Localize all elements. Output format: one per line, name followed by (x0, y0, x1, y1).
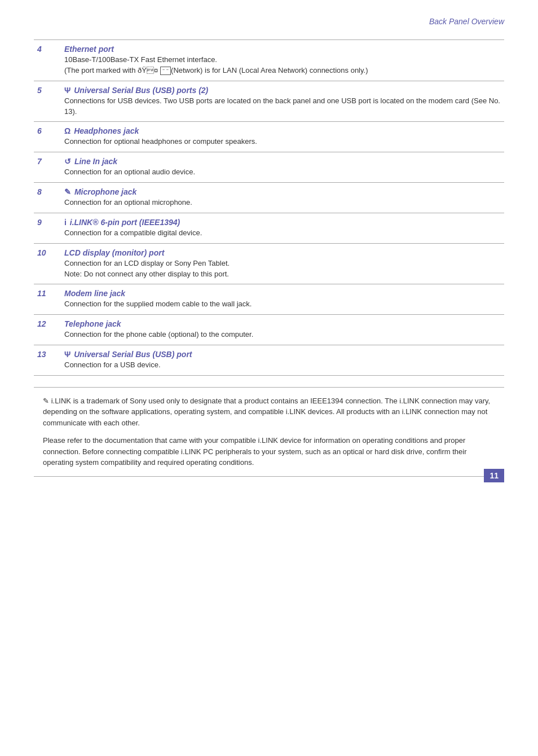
port-icon: Ω (64, 126, 73, 135)
table-row: 9i i.LINK® 6-pin port (IEEE1394)Connecti… (34, 213, 504, 243)
page-header: Back Panel Overview (34, 17, 504, 28)
entry-content: i i.LINK® 6-pin port (IEEE1394)Connectio… (61, 213, 504, 243)
port-desc: Connection for an optional microphone. (64, 197, 501, 208)
table-row: 10LCD display (monitor) portConnection f… (34, 243, 504, 284)
note-icon: ✎ (43, 397, 51, 405)
table-row: 5Ψ Universal Serial Bus (USB) ports (2)C… (34, 81, 504, 122)
port-icon: ✎ (64, 187, 73, 196)
entry-content: LCD display (monitor) portConnection for… (61, 243, 504, 284)
page-number: 11 (484, 469, 504, 482)
entry-number: 5 (34, 81, 61, 122)
port-title: Modem line jack (64, 289, 501, 298)
note-paragraph: ✎ i.LINK is a trademark of Sony used onl… (43, 395, 495, 429)
entry-content: Telephone jackConnection for the phone c… (61, 315, 504, 345)
port-title: Ψ Universal Serial Bus (USB) port (64, 350, 501, 359)
note-paragraph: Please refer to the documentation that c… (43, 435, 495, 468)
port-title: Ethernet port (64, 45, 501, 54)
ports-table: 4Ethernet port10Base-T/100Base-TX Fast E… (34, 39, 504, 376)
port-icon: i (64, 218, 69, 227)
entry-content: Ψ Universal Serial Bus (USB) portConnect… (61, 345, 504, 376)
entry-number: 8 (34, 183, 61, 213)
port-title: ↺ Line In jack (64, 157, 501, 166)
port-icon: Ψ (64, 86, 73, 95)
entry-content: Ω Headphones jackConnection for optional… (61, 122, 504, 152)
port-title: ✎ Microphone jack (64, 187, 501, 196)
table-row: 13Ψ Universal Serial Bus (USB) portConne… (34, 345, 504, 376)
port-desc: 10Base-T/100Base-TX Fast Ethernet interf… (64, 55, 501, 65)
notes-box: ✎ i.LINK is a trademark of Sony used onl… (34, 387, 504, 477)
port-title: Telephone jack (64, 319, 501, 328)
table-row: 12Telephone jackConnection for the phone… (34, 315, 504, 345)
entry-content: ↺ Line In jackConnection for an optional… (61, 152, 504, 183)
port-desc: Connection for an LCD display or Sony Pe… (64, 258, 501, 269)
entry-content: Ψ Universal Serial Bus (USB) ports (2)Co… (61, 81, 504, 122)
port-title: i i.LINK® 6-pin port (IEEE1394) (64, 218, 501, 227)
table-row: 4Ethernet port10Base-T/100Base-TX Fast E… (34, 40, 504, 81)
entry-number: 11 (34, 284, 61, 315)
port-icon: Ψ (64, 350, 73, 359)
entry-number: 12 (34, 315, 61, 345)
port-desc: Connection for optional headphones or co… (64, 137, 501, 147)
entry-number: 13 (34, 345, 61, 376)
entry-number: 10 (34, 243, 61, 284)
port-title: LCD display (monitor) port (64, 248, 501, 257)
table-row: 11Modem line jackConnection for the supp… (34, 284, 504, 315)
table-row: 8✎ Microphone jackConnection for an opti… (34, 183, 504, 213)
port-title: Ψ Universal Serial Bus (USB) ports (2) (64, 86, 501, 95)
entry-content: ✎ Microphone jackConnection for an optio… (61, 183, 504, 213)
port-icon: ↺ (64, 157, 73, 166)
port-desc: Connection for a USB device. (64, 360, 501, 371)
port-desc: Connections for USB devices. Two USB por… (64, 96, 501, 117)
entry-number: 7 (34, 152, 61, 183)
port-desc: Connection for an optional audio device. (64, 167, 501, 178)
header-title: Back Panel Overview (429, 17, 504, 26)
port-desc: (The port marked with ðŸ¤ ⁻⁻(Network) i… (64, 65, 501, 76)
entry-number: 6 (34, 122, 61, 152)
port-desc: Note: Do not connect any other display t… (64, 269, 501, 280)
entry-content: Modem line jackConnection for the suppli… (61, 284, 504, 315)
port-desc: Connection for a compatible digital devi… (64, 228, 501, 239)
table-row: 7↺ Line In jackConnection for an optiona… (34, 152, 504, 183)
port-title: Ω Headphones jack (64, 126, 501, 135)
entry-content: Ethernet port10Base-T/100Base-TX Fast Et… (61, 40, 504, 81)
port-desc: Connection for the phone cable (optional… (64, 329, 501, 340)
entry-number: 4 (34, 40, 61, 81)
port-desc: Connection for the supplied modem cable … (64, 299, 501, 310)
entry-number: 9 (34, 213, 61, 243)
table-row: 6Ω Headphones jackConnection for optiona… (34, 122, 504, 152)
page: Back Panel Overview 4Ethernet port10Base… (0, 0, 538, 499)
